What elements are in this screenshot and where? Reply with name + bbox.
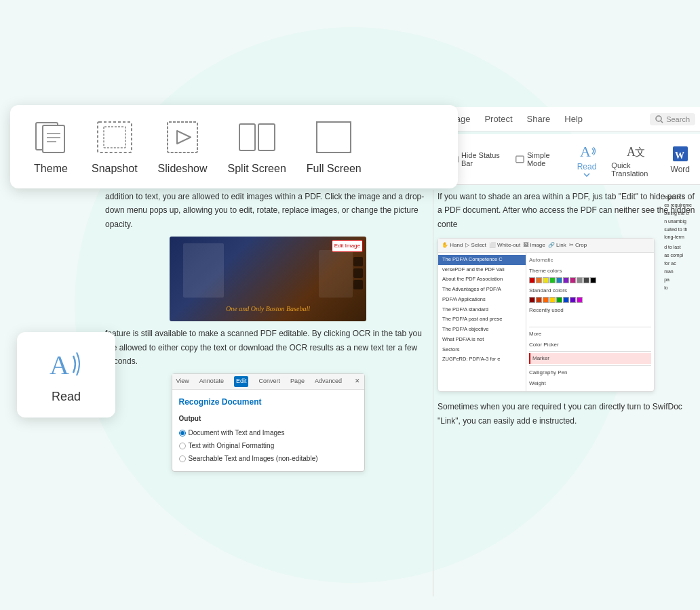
snapshot-toolbar-item[interactable]: Snapshot	[92, 119, 138, 175]
marker-option[interactable]: Marker	[529, 353, 651, 364]
std-color-7[interactable]	[570, 297, 576, 303]
full-screen-label: Full Screen	[307, 163, 362, 175]
pdf-right-text1: If you want to shade an area within a PD…	[438, 190, 695, 231]
read-btn[interactable]: A Read	[569, 139, 605, 180]
tab-protect[interactable]: Protect	[479, 111, 518, 127]
color-picker-option[interactable]: Color Picker	[529, 340, 651, 350]
std-color-4[interactable]	[549, 297, 556, 303]
read-icon-ribbon: A	[577, 142, 596, 161]
svg-rect-16	[516, 156, 524, 163]
recently-used-label: Recently used	[529, 306, 651, 315]
read-dropdown-icon	[583, 173, 590, 177]
std-color-5[interactable]	[556, 297, 562, 303]
list-item-0: The PDF/A Competence C	[438, 255, 526, 265]
search-icon	[655, 115, 663, 123]
std-color-1[interactable]	[529, 297, 535, 303]
hide-status-bar-label: Hide Status Bar	[461, 151, 503, 167]
slideshow-icon	[162, 119, 203, 156]
ocr-option3[interactable]: Searchable Text and Images (non-editable…	[179, 453, 357, 464]
color-darkgray[interactable]	[583, 277, 589, 283]
list-item-1: versePDF and the PDF Vali	[438, 265, 526, 275]
baseball-image: Edit Image One and Only Boston Baseball	[170, 237, 366, 321]
split-screen-icon	[237, 119, 277, 156]
snapshot-icon	[94, 119, 135, 156]
screenshot-body: The PDF/A Competence C versePDF and the …	[438, 253, 654, 391]
theme-label: Theme	[34, 163, 68, 175]
color-green[interactable]	[549, 277, 556, 283]
split-screen-toolbar-item[interactable]: Split Screen	[228, 119, 286, 175]
svg-rect-7	[168, 122, 197, 152]
list-item-9: Sectors	[438, 345, 526, 355]
svg-marker-8	[177, 131, 191, 144]
word-label: Word	[671, 165, 690, 174]
color-blue[interactable]	[556, 277, 562, 283]
simple-mode-icon	[516, 154, 524, 165]
pdf-left-text1: addition to text, you are allowed to edi…	[105, 190, 431, 231]
color-gray[interactable]	[577, 277, 583, 283]
screenshot-list: The PDF/A Competence C versePDF and the …	[438, 253, 526, 391]
list-item-8: What PDF/A is not	[438, 335, 526, 345]
theme-toolbar-item[interactable]: Theme	[31, 119, 71, 175]
word-btn[interactable]: W Word	[665, 142, 695, 177]
list-item-5: The PDF/A standard	[438, 305, 526, 315]
right-screenshot: ✋ Hand ▷ Select ⬜ White-out 🖼 Image 🔗 Li…	[438, 238, 655, 392]
svg-text:A: A	[50, 350, 69, 380]
color-yellow[interactable]	[543, 277, 549, 283]
pdf-right-content: If you want to shade an area within a PD…	[438, 190, 695, 428]
weight-option[interactable]: Weight	[529, 378, 651, 389]
edit-image-btn[interactable]: Edit Image	[332, 240, 363, 252]
std-color-2[interactable]	[536, 297, 542, 303]
menu-separator-3	[529, 365, 651, 366]
color-picker-area: Automatic Theme colors Standard colors	[526, 253, 654, 391]
tab-help[interactable]: Help	[559, 111, 588, 127]
color-orange[interactable]	[536, 277, 542, 283]
slideshow-toolbar-item[interactable]: Slideshow	[158, 119, 208, 175]
read-label-ribbon: Read	[577, 162, 597, 171]
read-card-icon: A	[47, 346, 85, 383]
menu-separator-2	[529, 351, 651, 352]
simple-mode-label: Simple Mode	[527, 151, 562, 167]
color-black[interactable]	[590, 277, 596, 283]
color-pink[interactable]	[570, 277, 576, 283]
std-color-8[interactable]	[577, 297, 583, 303]
mini-toolbar: ✋ Hand ▷ Select ⬜ White-out 🖼 Image 🔗 Li…	[438, 239, 654, 253]
pdf-right-text2: Sometimes when you are required t you ca…	[438, 400, 695, 428]
pdf-left-content: addition to text, you are allowed to edi…	[105, 190, 431, 474]
pdf-left-text2: feature is still available to make a sca…	[105, 327, 431, 368]
theme-colors-label: Theme colors	[529, 266, 651, 276]
svg-line-13	[661, 121, 663, 123]
svg-rect-6	[104, 127, 125, 148]
ribbon-tabs: Page Protect Share Help Search	[438, 107, 700, 131]
tab-share[interactable]: Share	[522, 111, 556, 127]
search-box[interactable]: Search	[650, 113, 695, 125]
quick-translation-btn[interactable]: A 文 Quick Translation	[606, 138, 663, 180]
search-label: Search	[666, 115, 690, 123]
pdf-image-container: Edit Image One and Only Boston Baseball	[105, 237, 431, 321]
full-screen-toolbar-item[interactable]: Full Screen	[307, 119, 362, 175]
image-actions	[353, 257, 363, 289]
color-red[interactable]	[529, 277, 535, 283]
quick-translation-label: Quick Translation	[611, 161, 658, 178]
calligraphy-pen-option[interactable]: Calligraphy Pen	[529, 367, 651, 378]
more-option[interactable]: More	[529, 329, 651, 340]
ocr-dialog: View Annotate Edit Convert Page Advanced…	[172, 373, 365, 472]
ocr-output-label: Output	[179, 413, 357, 424]
std-color-6[interactable]	[563, 297, 569, 303]
standard-colors-label: Standard colors	[529, 286, 651, 296]
svg-point-12	[656, 116, 661, 121]
read-icon-svg: A	[47, 346, 85, 383]
ocr-option1[interactable]: Document with Text and Images	[179, 427, 357, 439]
simple-mode-btn[interactable]: Simple Mode	[510, 148, 568, 170]
color-purple[interactable]	[563, 277, 569, 283]
list-item-10: ZUGFeRD: PDF/A-3 for e	[438, 354, 526, 365]
ocr-toolbar: View Annotate Edit Convert Page Advanced…	[172, 374, 364, 389]
floating-toolbar: Theme Snapshot Slideshow	[10, 105, 458, 188]
svg-text:A: A	[580, 143, 591, 160]
slideshow-label: Slideshow	[158, 163, 208, 175]
ocr-option2[interactable]: Text with Original Formatting	[179, 440, 357, 451]
std-color-3[interactable]	[543, 297, 549, 303]
list-item-2: About the PDF Association	[438, 274, 526, 285]
right-text-snippets: tages of t es requireme bining the u n u…	[664, 193, 692, 292]
list-item-4: PDF/A Applications	[438, 295, 526, 305]
word-icon: W	[671, 144, 690, 163]
